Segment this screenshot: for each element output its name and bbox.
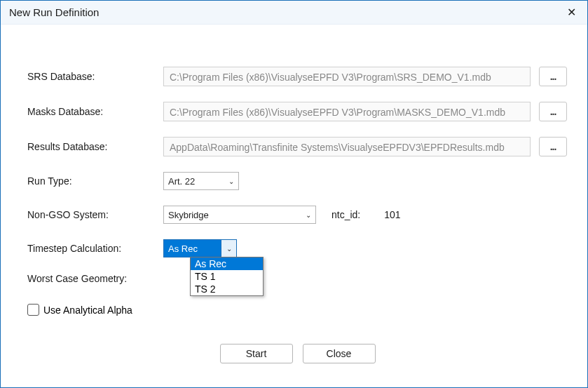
masks-database-path[interactable]: C:\Program Files (x86)\VisualyseEPFD V3\… [163, 102, 531, 121]
timestep-dropdown-list: As Rec TS 1 TS 2 [190, 257, 264, 296]
use-analytical-alpha-checkbox[interactable] [27, 304, 39, 316]
row-use-analytical-alpha: Use Analytical Alpha [27, 304, 568, 316]
label-non-gso: Non-GSO System: [27, 209, 163, 220]
label-use-analytical-alpha: Use Analytical Alpha [43, 305, 132, 316]
label-srs-database: SRS Database: [27, 71, 163, 82]
run-type-value: Art. 22 [168, 176, 195, 187]
start-button[interactable]: Start [220, 344, 293, 363]
chevron-down-icon: ⌄ [226, 245, 232, 253]
timestep-option-ts2[interactable]: TS 2 [191, 283, 263, 295]
label-run-type: Run Type: [27, 175, 163, 187]
titlebar: New Run Definition ✕ [1, 1, 587, 25]
dialog-window: New Run Definition ✕ SRS Database: C:\Pr… [0, 0, 588, 388]
browse-masks-button[interactable]: ... [539, 102, 567, 121]
srs-database-path[interactable]: C:\Program Files (x86)\VisualyseEPFD V3\… [163, 67, 531, 86]
timestep-option-as-rec[interactable]: As Rec [191, 257, 263, 270]
timestep-option-ts1[interactable]: TS 1 [191, 270, 263, 283]
results-database-path[interactable]: AppData\Roaming\Transfinite Systems\Visu… [163, 137, 531, 156]
timestep-value: As Rec [164, 240, 221, 257]
close-icon: ✕ [567, 7, 576, 18]
browse-results-button[interactable]: ... [539, 137, 567, 156]
run-type-select[interactable]: Art. 22 ⌄ [163, 172, 239, 190]
timestep-select[interactable]: As Rec ⌄ [163, 239, 237, 257]
label-results-database: Results Database: [27, 141, 163, 152]
label-timestep: Timestep Calculation: [27, 243, 163, 254]
row-results-database: Results Database: AppData\Roaming\Transf… [27, 137, 568, 156]
non-gso-select[interactable]: Skybridge ⌄ [163, 206, 316, 224]
non-gso-value: Skybridge [168, 210, 209, 220]
timestep-dropdown-button[interactable]: ⌄ [221, 240, 236, 257]
window-close-button[interactable]: ✕ [555, 1, 587, 25]
footer-buttons: Start Close [27, 344, 568, 363]
row-worst-case: Worst Case Geometry: [27, 273, 568, 284]
label-masks-database: Masks Database: [27, 106, 163, 117]
row-timestep: Timestep Calculation: As Rec ⌄ As Rec TS… [27, 239, 568, 257]
label-ntc-id: ntc_id: [331, 209, 360, 220]
row-srs-database: SRS Database: C:\Program Files (x86)\Vis… [27, 67, 568, 86]
browse-srs-button[interactable]: ... [539, 67, 567, 86]
dialog-body: SRS Database: C:\Program Files (x86)\Vis… [1, 25, 587, 377]
row-run-type: Run Type: Art. 22 ⌄ [27, 172, 568, 190]
close-button[interactable]: Close [303, 344, 376, 363]
chevron-down-icon: ⌄ [306, 211, 311, 219]
label-worst-case: Worst Case Geometry: [27, 273, 163, 284]
window-title: New Run Definition [9, 6, 555, 18]
ntc-id-value: 101 [384, 209, 400, 220]
row-non-gso: Non-GSO System: Skybridge ⌄ ntc_id: 101 [27, 206, 568, 224]
row-masks-database: Masks Database: C:\Program Files (x86)\V… [27, 102, 568, 121]
chevron-down-icon: ⌄ [228, 178, 234, 185]
